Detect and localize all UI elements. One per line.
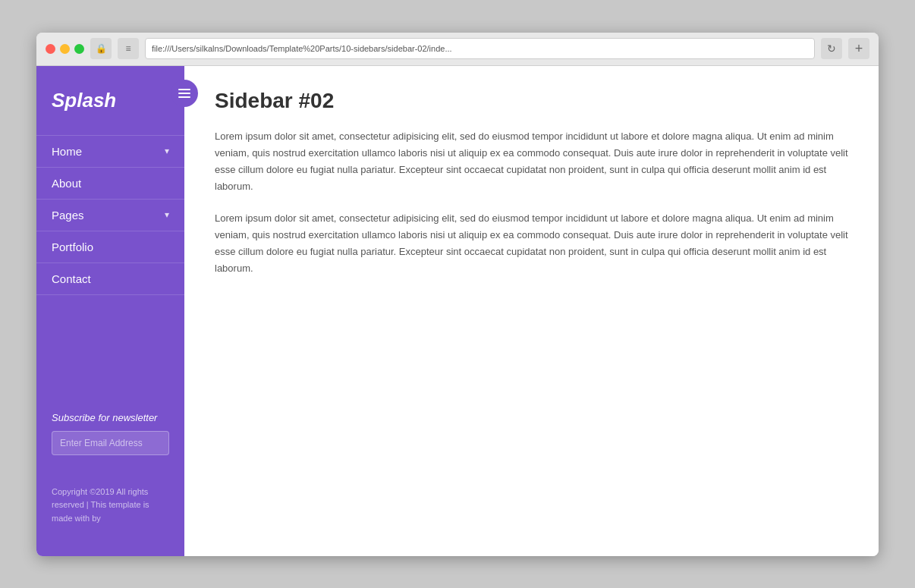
address-text: file:///Users/silkalns/Downloads/Templat… (152, 44, 452, 53)
main-content: Sidebar #02 Lorem ipsum dolor sit amet, … (184, 66, 879, 556)
new-tab-button[interactable]: + (848, 38, 869, 59)
lock-icon: 🔒 (90, 38, 112, 59)
nav-label-portfolio: Portfolio (52, 241, 93, 253)
browser-window: 🔒 ≡ file:///Users/silkalns/Downloads/Tem… (36, 33, 879, 556)
nav-item-pages[interactable]: Pages ▾ (36, 200, 184, 231)
chevron-down-icon-pages: ▾ (165, 209, 169, 220)
footer-text: Copyright ©2019 All rights reserved | Th… (52, 486, 169, 526)
nav-label-pages: Pages (52, 209, 84, 222)
maximize-button[interactable] (74, 44, 84, 54)
page-title: Sidebar #02 (215, 89, 848, 113)
menu-icon[interactable]: ≡ (118, 38, 139, 59)
browser-chrome: 🔒 ≡ file:///Users/silkalns/Downloads/Tem… (36, 33, 879, 66)
hamburger-icon (178, 89, 190, 98)
nav-label-about: About (52, 177, 81, 190)
browser-content: Splash Home ▾ About Pages ▾ Portfolio (36, 66, 879, 556)
nav-label-home: Home (52, 145, 82, 158)
sidebar-nav: Home ▾ About Pages ▾ Portfolio Contact (36, 135, 184, 382)
nav-label-contact: Contact (52, 272, 91, 285)
nav-item-portfolio[interactable]: Portfolio (36, 231, 184, 263)
traffic-lights (46, 44, 84, 54)
address-bar[interactable]: file:///Users/silkalns/Downloads/Templat… (145, 38, 815, 59)
email-input[interactable] (52, 431, 169, 455)
nav-item-contact[interactable]: Contact (36, 263, 184, 295)
sidebar-subscribe: Subscribe for newsletter (36, 397, 184, 470)
paragraph-1: Lorem ipsum dolor sit amet, consectetur … (215, 128, 848, 195)
close-button[interactable] (46, 44, 55, 54)
sidebar-footer: Copyright ©2019 All rights reserved | Th… (36, 470, 184, 541)
chevron-down-icon: ▾ (165, 146, 169, 156)
paragraph-2: Lorem ipsum dolor sit amet, consectetur … (215, 210, 848, 277)
logo-text: Splash (52, 89, 116, 112)
sidebar-logo: Splash (36, 81, 184, 135)
nav-item-about[interactable]: About (36, 168, 184, 200)
nav-item-home[interactable]: Home ▾ (36, 135, 184, 168)
refresh-button[interactable]: ↻ (821, 38, 842, 59)
subscribe-label: Subscribe for newsletter (52, 412, 169, 423)
menu-toggle-button[interactable] (171, 80, 198, 107)
sidebar: Splash Home ▾ About Pages ▾ Portfolio (36, 66, 184, 556)
minimize-button[interactable] (60, 44, 70, 54)
